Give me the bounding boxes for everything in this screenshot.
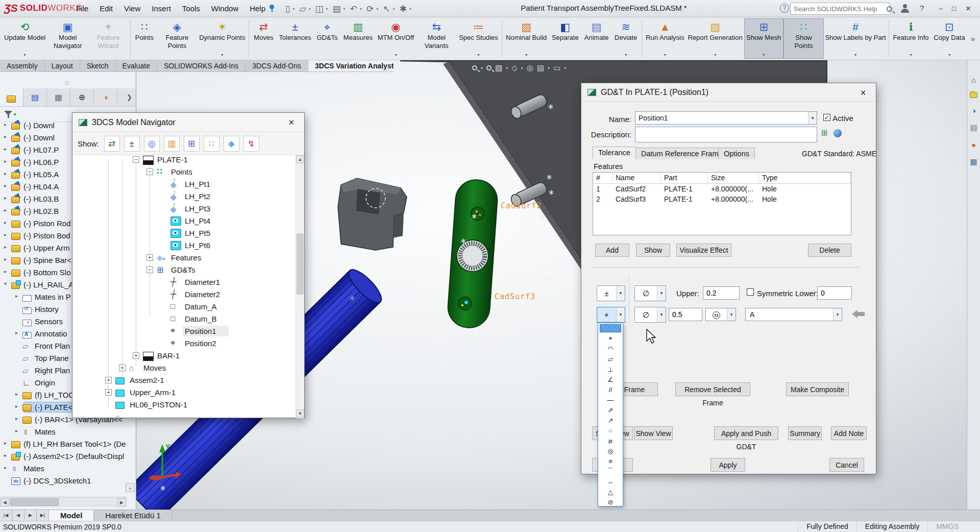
ribbon-button-measures[interactable]: Measures [341,18,376,59]
navigator-item-lh-pt6[interactable]: LH_Pt6 [72,240,292,251]
gdt-symbol-dropdown[interactable]: ⌖◠▱⊥∠//—⇗↗○⌀◎≡⌒↔△⊘ [598,323,623,506]
tree-expander-box[interactable]: − [146,168,153,175]
tree-expander-box[interactable]: + [119,365,126,371]
tree-item-dcs-3dsketch1[interactable]: (-) DCS_3DSketch1 [0,475,136,487]
gdt-symbol-profile-of-a-surface[interactable]: ◠ [598,344,623,354]
gdt-symbol-current-selection[interactable] [600,324,621,332]
tree-expander-icon[interactable]: ▸ [15,403,18,409]
dropdown-icon[interactable]: ▼ [833,308,842,321]
remove-selected-frame-button[interactable]: Remove Selected Frame [675,382,750,396]
minimize-button[interactable]: – [935,4,946,14]
navigator-item-plate-1[interactable]: −PLATE-1 [72,155,292,165]
gdt-symbol-angularity[interactable]: ∠ [598,374,623,384]
gdt-symbol-circular-runout[interactable]: ↗ [598,415,623,425]
tree-expander-icon[interactable]: ▸ [4,158,7,164]
diameter-modifier-combobox[interactable]: ∅▼ [634,285,666,301]
tree-expander-icon[interactable]: ▸ [4,220,7,225]
tab-propertymanager[interactable]: ▤ [23,88,47,106]
ribbon-button-tolerances[interactable]: Tolerances [277,18,314,59]
upper-value-input[interactable] [703,286,740,300]
hud-caret-icon[interactable]: ▾ [564,66,566,70]
ribbon-button-caret[interactable]: ▾ [714,53,716,58]
menu-window[interactable]: Window [206,0,244,17]
panel-splitter-handle[interactable] [65,81,69,85]
ribbon-button-model-variants[interactable]: Model Variants [416,18,457,59]
show-view-button[interactable]: Show View [634,426,673,440]
ribbon-button-report-generation[interactable]: Report Generation▾ [687,18,744,59]
ribbon-button-spec-studies[interactable]: Spec Studies▾ [457,18,500,59]
gdt-symbol-flatness[interactable]: ▱ [598,354,623,364]
name-combobox[interactable]: Position1 ▼ [635,111,817,125]
model-tab-model[interactable]: Model [49,510,94,521]
gdt-symbol-position[interactable]: ⌖ [598,333,623,344]
show-moves-icon[interactable]: ⇄ [104,136,120,152]
ribbon-button-update-model[interactable]: Update Model▾ [2,18,47,59]
tab-configurations[interactable]: ▦ [47,88,70,106]
visualize-effect-button[interactable]: Visualize Effect [676,244,731,257]
navigator-item-lh-pt4[interactable]: LH_Pt4 [72,215,292,227]
status-mmgs[interactable]: MMGS [927,521,967,532]
new-file-icon[interactable]: ▯ [284,4,291,14]
help-icon[interactable]: ? [920,4,924,12]
tab-3dcs-variation-analyst[interactable]: 3DCS Variation Analyst [308,60,400,71]
close-button[interactable]: ✕ [963,4,974,14]
ribbon-button-show-mesh[interactable]: Show Mesh▾ [744,18,783,59]
navigator-item-diameter1[interactable]: Diameter1 [72,277,292,288]
table-column-size[interactable]: Size [708,173,759,183]
menu-edit[interactable]: Edit [94,0,118,17]
ribbon-button-animate[interactable]: Animate [581,18,611,59]
hud-caret-icon[interactable]: ▾ [548,66,550,70]
tree-item-assem2-1-default-displ[interactable]: ▸(-) Assem2<1> (Default<Displ [0,451,136,462]
custom-properties-icon[interactable]: ▦ [970,157,977,166]
tree-expander-box[interactable]: + [146,254,153,261]
tree-item-f-lh-rh-barset-tool-1-de[interactable]: ▸(f) LH_RH Barset Tool<1> (De [0,439,136,450]
navigator-item-diameter2[interactable]: Diameter2 [72,289,292,300]
table-column-part[interactable]: Part [661,173,708,183]
tab-solidworks-add-ins[interactable]: SOLIDWORKS Add-Ins [157,60,246,71]
menu-help[interactable]: Help [244,0,271,17]
hud-caret-icon[interactable]: ▾ [506,66,508,70]
table-row[interactable]: 2CadSurf3PLATE-1+8.000000(...Hole [593,194,851,204]
caret-icon[interactable]: ▾ [360,7,362,11]
apply-button[interactable]: Apply [710,458,745,472]
dropdown-icon[interactable]: ▼ [616,307,625,322]
tree-expander-icon[interactable]: ▸ [4,171,7,176]
tree-expander-box[interactable]: − [146,267,153,273]
ribbon-button-caret[interactable]: ▾ [24,53,26,58]
navigator-scrollbar-thumb[interactable] [297,233,304,295]
view-orientation-icon[interactable]: ◇ [511,63,518,72]
appearances-icon[interactable]: ● [971,140,976,149]
ribbon-overflow-chevron[interactable]: » [968,34,978,43]
menu-file[interactable]: File [70,0,94,17]
navigator-item-moves[interactable]: +Moves [72,362,292,374]
ribbon-button-caret[interactable]: ▾ [948,53,950,58]
ribbon-button-dynamic-points[interactable]: Dynamic Points▾ [197,18,247,59]
tree-expander-icon[interactable]: ▸ [4,232,7,237]
add-button[interactable]: Add [595,244,629,257]
ribbon-button-moves[interactable]: Moves [251,18,277,59]
panel-tabs-chevron-icon[interactable]: ❯ [122,93,136,101]
lower-value-input[interactable] [817,286,852,300]
gdt-symbol-total-runout[interactable]: ⇗ [598,405,623,415]
dimension-grid-icon[interactable]: ⊞ [821,128,828,137]
navigator-item-gd-ts[interactable]: −GD&Ts [72,264,292,276]
caret-icon[interactable]: ▾ [308,7,310,11]
tree-expander-icon[interactable]: ▸ [4,269,7,274]
gdt-symbol-bidirectional[interactable]: ↔ [598,476,623,487]
tab-tolerance[interactable]: Tolerance [593,147,636,159]
select-icon[interactable]: ↖ [381,4,391,14]
navigator-scroll-down-button[interactable]: ▼ [296,409,304,418]
scroll-left-button[interactable]: ◀ [1,498,9,506]
ribbon-button-caret[interactable]: ▾ [525,53,527,58]
table-row[interactable]: 1CadSurf2PLATE-1+8.000000(...Hole [593,184,851,194]
view-palette-icon[interactable]: ▤ [970,123,977,132]
dropdown-icon[interactable]: ▼ [657,286,666,301]
ribbon-button-gd-ts[interactable]: GD&Ts [313,18,340,59]
tree-expander-icon[interactable]: ▸ [15,293,18,299]
gdt-symbol-symmetry[interactable]: ≡ [598,456,623,466]
ribbon-button-caret[interactable]: ▾ [854,53,856,58]
gdt-symbol-circularity[interactable]: ○ [598,425,623,436]
tree-expander-icon[interactable]: ▸ [4,207,7,213]
ribbon-button-show-points[interactable]: Show Points [783,18,824,59]
ribbon-button-caret[interactable]: ▾ [477,53,479,58]
